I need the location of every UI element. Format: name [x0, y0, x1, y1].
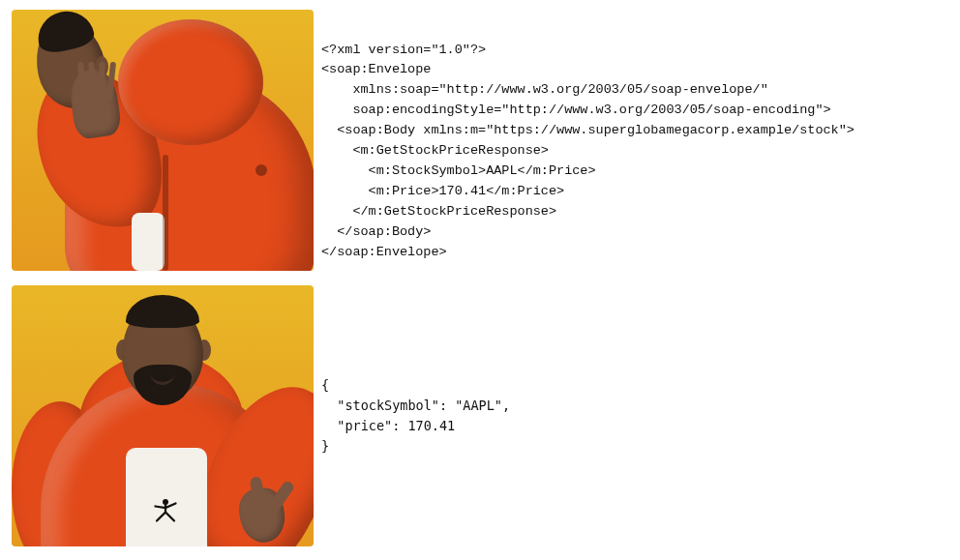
jacket-hood	[118, 19, 263, 145]
jumpman-logo-icon	[151, 496, 180, 525]
drake-reject-panel	[12, 10, 314, 271]
row-approve: { "stockSymbol": "AAPL", "price": 170.41…	[12, 285, 948, 546]
drake-approve-panel	[12, 285, 314, 546]
seam	[163, 155, 168, 271]
hair	[126, 295, 199, 328]
row-reject: <?xml version="1.0"?> <soap:Envelope xml…	[12, 10, 948, 276]
json-code: { "stockSymbol": "AAPL", "price": 170.41…	[321, 375, 510, 457]
shirt	[132, 213, 165, 271]
json-code-wrapper: { "stockSymbol": "AAPL", "price": 170.41…	[321, 285, 948, 546]
soap-xml-code: <?xml version="1.0"?> <soap:Envelope xml…	[321, 23, 948, 263]
meme-container: <?xml version="1.0"?> <soap:Envelope xml…	[0, 0, 960, 556]
button-dot	[255, 164, 267, 176]
